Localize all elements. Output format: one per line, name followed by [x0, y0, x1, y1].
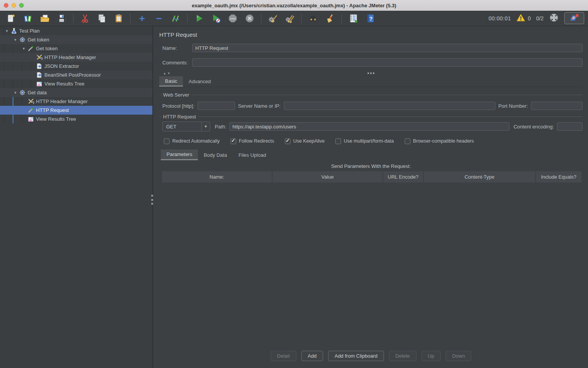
function-helper-button[interactable] [346, 12, 361, 25]
start-button[interactable] [192, 12, 206, 25]
chevron-down-icon[interactable]: ▼ [201, 122, 210, 131]
tab-advanced[interactable]: Advanced [183, 76, 217, 87]
tree-item-test-plan[interactable]: ▼Test Plan [0, 26, 152, 35]
expander-arrow-icon[interactable]: ▼ [3, 29, 11, 33]
jmeter-logo-button[interactable] [564, 12, 584, 24]
splitter-grip-dots[interactable] [368, 72, 374, 74]
thread-group-icon [19, 36, 26, 43]
panel-splitter-handle[interactable] [151, 195, 154, 205]
tree-item-http-header-manager[interactable]: HTTP Header Manager [0, 53, 152, 62]
tree-item-get-token[interactable]: ▼Get token [0, 35, 152, 44]
save-button[interactable] [54, 12, 69, 25]
new-file-button[interactable] [4, 12, 18, 25]
tree-item-view-results-tree[interactable]: View Results Tree [0, 115, 152, 123]
checkbox-unchecked-icon[interactable] [164, 138, 170, 144]
content-encoding-input[interactable] [557, 122, 583, 131]
help-button[interactable]: ? [363, 12, 377, 25]
server-input[interactable] [284, 102, 495, 110]
paste-button[interactable] [111, 12, 126, 25]
thread-state-sphere-icon [549, 13, 559, 24]
search-button[interactable] [306, 12, 320, 25]
tree-item-label: HTTP Header Manager [36, 99, 88, 104]
start-no-timers-button[interactable] [209, 12, 223, 25]
column-header-content-type[interactable]: Content-Type [424, 171, 535, 182]
tree-item-beanshell-postprocessor[interactable]: BeanShell PostProcessor [0, 71, 152, 79]
path-label: Path: [215, 124, 226, 130]
checkbox-checked-icon[interactable] [285, 138, 291, 144]
expander-arrow-icon[interactable]: ▼ [20, 47, 28, 51]
checkbox-unchecked-icon[interactable] [405, 138, 410, 144]
clear-icon [268, 13, 278, 23]
templates-button[interactable] [21, 12, 35, 25]
name-input[interactable] [192, 44, 583, 52]
add-button[interactable]: + [135, 12, 149, 25]
tree-item-get-token[interactable]: ▼Get token [0, 44, 152, 53]
jmeter-logo-icon [568, 13, 581, 23]
minimize-window-button[interactable] [11, 3, 16, 8]
thread-group-icon [19, 89, 26, 96]
up-button[interactable]: Up [421, 351, 441, 361]
down-button[interactable]: Down [446, 351, 471, 361]
expander-arrow-icon[interactable]: ▼ [11, 38, 19, 42]
column-header-name-[interactable]: Name: [162, 171, 272, 182]
tab-basic[interactable]: Basic [159, 76, 183, 87]
tree-item-json-extractor[interactable]: JSON Extractor [0, 62, 152, 71]
stop-icon: STOP [228, 13, 238, 23]
tree-item-http-header-manager[interactable]: HTTP Header Manager [0, 97, 152, 106]
zoom-window-button[interactable] [19, 3, 24, 8]
column-header-url-encode-[interactable]: URL Encode? [383, 171, 423, 182]
method-select[interactable]: GET ▼ [162, 122, 210, 131]
clear-button[interactable] [266, 12, 280, 25]
protocol-label: Protocol [http]: [162, 103, 194, 109]
http-sampler-icon [28, 107, 34, 113]
tree-item-get-data[interactable]: ▼Get data [0, 88, 152, 97]
remove-button[interactable]: − [152, 12, 166, 25]
tab-files-upload[interactable]: Files Upload [233, 150, 272, 160]
add-button[interactable]: Add [301, 351, 323, 361]
tree-item-view-results-tree[interactable]: View Results Tree [0, 79, 152, 88]
option-use-keepalive[interactable]: Use KeepAlive [285, 138, 325, 144]
shutdown-button[interactable] [242, 12, 257, 25]
shutdown-icon [245, 13, 255, 23]
port-input[interactable] [531, 102, 583, 110]
copy-button[interactable] [95, 12, 109, 25]
clear-all-button[interactable] [283, 12, 297, 25]
option-browser-compatible-headers[interactable]: Browser-compatible headers [405, 138, 474, 144]
doc-arrow-icon [36, 63, 42, 69]
results-tree-icon [28, 116, 34, 122]
protocol-input[interactable] [198, 102, 235, 110]
parameters-table-body[interactable] [159, 182, 583, 351]
tab-parameters[interactable]: Parameters [161, 150, 198, 160]
titlebar: example_oauth.jmx (/Users/cristian.vazzo… [0, 0, 588, 11]
editor-splitter[interactable]: ▲▼ [159, 71, 583, 76]
option-redirect-automatically[interactable]: Redirect Automatically [164, 138, 220, 144]
column-header-include-equals-[interactable]: Include Equals? [536, 171, 581, 182]
detail-button[interactable]: Detail [271, 351, 296, 361]
log-warning-indicator[interactable]: 0 [516, 14, 531, 23]
tab-body-data[interactable]: Body Data [198, 150, 233, 160]
splitter-collapse-arrows[interactable]: ▲▼ [163, 72, 172, 75]
stop-button[interactable]: STOP [225, 12, 240, 25]
open-button[interactable] [38, 12, 52, 25]
cut-button[interactable] [78, 12, 92, 25]
web-server-group: Web Server [159, 92, 583, 98]
option-follow-redirects[interactable]: Follow Redirects [230, 138, 274, 144]
delete-button[interactable]: Delete [389, 351, 416, 361]
paste-icon [114, 13, 124, 23]
close-window-button[interactable] [4, 3, 8, 8]
expander-arrow-icon[interactable]: ▼ [11, 91, 19, 95]
column-header-value[interactable]: Value [273, 171, 382, 182]
option-use-multipart-form-data[interactable]: Use multipart/form-data [335, 138, 394, 144]
comments-input[interactable] [192, 58, 583, 67]
tree-item-http-request[interactable]: HTTP Request [0, 106, 152, 115]
tree-item-label: BeanShell PostProcessor [44, 72, 101, 78]
header-manager-icon [36, 54, 42, 61]
checkbox-unchecked-icon[interactable] [335, 138, 341, 144]
toggle-button[interactable] [168, 12, 183, 25]
http-request-group: HTTP Request [159, 113, 583, 120]
add-from-clipboard-button[interactable]: Add from Clipboard [328, 351, 384, 361]
checkbox-checked-icon[interactable] [230, 138, 236, 144]
reset-search-button[interactable] [323, 12, 337, 25]
test-plan-tree: ▼Test Plan▼Get token▼Get tokenHTTP Heade… [0, 26, 153, 368]
path-input[interactable] [229, 122, 510, 131]
